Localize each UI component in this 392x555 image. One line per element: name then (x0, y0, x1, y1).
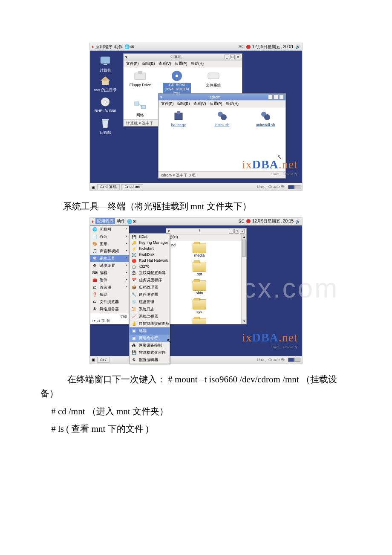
menu-programming[interactable]: ⌨编程 (90, 269, 129, 277)
menu-file[interactable]: 文件(F) (126, 61, 139, 66)
rhn-alert-icon[interactable] (246, 45, 251, 49)
close-button[interactable]: × (236, 55, 240, 59)
folder-sbin[interactable]: sbin (193, 280, 206, 295)
menu-edit[interactable]: 编辑(E) (142, 61, 155, 66)
menu-graphics[interactable]: 🎨图形 (90, 240, 129, 248)
submenu-disk-management[interactable]: 💿磁盘管理 (130, 298, 170, 306)
menu-view[interactable]: 查看(V) (193, 101, 206, 107)
menu-system-tools[interactable]: 🛠系统工具 (90, 255, 129, 262)
input-method[interactable]: SC (239, 219, 245, 224)
panel-launchers[interactable]: 🌐 ✉ (124, 44, 134, 49)
submenu-kwikdisk[interactable]: 💽KwikDisk (130, 251, 170, 257)
menu-help[interactable]: 帮助(H) (191, 61, 204, 66)
folder-nd[interactable]: nd (171, 243, 176, 247)
browser-icon[interactable]: 🌐 (127, 219, 132, 224)
menu-accessories[interactable]: 🧰附件 (90, 277, 129, 284)
input-method[interactable]: SC (239, 44, 245, 49)
desktop-rhel-cd[interactable]: RHEL/4 i386 (93, 96, 117, 113)
menu-view[interactable]: 查看(V) (159, 61, 171, 66)
clock[interactable]: 12月9日星期五, 20:01 (252, 44, 294, 50)
floppy-icon (133, 70, 147, 82)
menu-sound[interactable]: 🎵声音和视频 (90, 248, 129, 255)
submenu-task-scheduler[interactable]: 📅任务调度程序 (130, 277, 170, 284)
minimize-button[interactable]: _ (225, 55, 229, 59)
submenu-system-monitor[interactable]: 📈系统监视器 (130, 313, 170, 320)
mail-icon[interactable]: ✉ (130, 44, 134, 49)
menu-preferences[interactable]: 🗂首选项 (90, 284, 129, 291)
volume-icon[interactable]: 🔊 (295, 44, 300, 49)
submenu-internet-wizard[interactable]: 🧙互联网配置向导 (130, 269, 170, 277)
close-button[interactable]: × (240, 229, 245, 234)
desktop-home[interactable]: root 的主目录 (92, 75, 119, 93)
file-install-sh[interactable]: install.sh (208, 110, 236, 169)
menu-places[interactable]: 位置(P) (210, 101, 222, 107)
panel-apps[interactable]: 应用程序 (95, 44, 112, 50)
menu-office[interactable]: 📄办公 (90, 233, 129, 240)
submenu-system-log[interactable]: 📜系统日志 (130, 306, 170, 313)
show-desktop-icon[interactable]: ▣ (92, 358, 95, 362)
taskbar-root[interactable]: 🗀/ (97, 357, 110, 363)
menu-filebrowser[interactable]: 🗂文件浏览器 (90, 298, 129, 306)
minimize-button[interactable]: _ (268, 95, 273, 99)
mail-icon[interactable]: ✉ (133, 219, 136, 224)
svg-rect-0 (101, 57, 110, 64)
workspace-switcher[interactable] (288, 358, 300, 362)
window-computer-titlebar[interactable]: ▾ 计算机 _ □ × (124, 54, 242, 61)
folder-sys[interactable]: sys (193, 299, 206, 314)
menu-system-settings[interactable]: ⚙系统设置 (90, 262, 129, 269)
menu-edit[interactable]: 编辑(E) (177, 101, 190, 107)
submenu-network-cmd[interactable]: ▣网络命令行 (130, 335, 170, 342)
folder-opt[interactable]: opt (193, 262, 206, 276)
floppy-drive[interactable]: Floppy Drive (126, 70, 154, 97)
maximize-button[interactable]: □ (230, 55, 235, 59)
panel-apps[interactable]: 应用程序 (95, 218, 115, 224)
submenu-floppy-formatter[interactable]: 💾软盘格式化程序 (130, 349, 170, 356)
desktop-computer[interactable]: 计算机 (94, 55, 116, 73)
menu-help[interactable]: ❓帮助 (90, 291, 129, 298)
folder-media[interactable]: media (193, 243, 206, 257)
folder-var[interactable]: var (193, 318, 206, 324)
network-label: 网络 (126, 113, 154, 118)
scroll-down-icon[interactable]: ▾ (242, 319, 246, 324)
window-cdrom-titlebar[interactable]: ▾ cdrom _ □ × (159, 94, 285, 101)
submenu-redhat-network[interactable]: 🔴Red Hat Network (130, 257, 170, 263)
taskbar-computer[interactable]: 🗀计算机 (97, 184, 120, 190)
scroll-up-icon[interactable]: ▴ (242, 234, 246, 240)
submenu-keyring[interactable]: 🔑Keyring Manager (130, 240, 170, 246)
submenu-archive-manager[interactable]: 📦归档管理器 (130, 284, 170, 291)
submenu-config-editor[interactable]: ⚙配置编辑器 (130, 356, 170, 364)
panel-launchers[interactable]: 🌐 ✉ (127, 219, 136, 224)
menu-file[interactable]: 文件(F) (161, 101, 174, 107)
maximize-button[interactable]: □ (274, 95, 278, 99)
show-desktop-icon[interactable]: ▣ (92, 185, 95, 189)
clock[interactable]: 12月9日星期五, 20:15 (252, 218, 294, 224)
submenu-kdat[interactable]: 💾KDat (130, 234, 170, 240)
panel-actions[interactable]: 动作 (117, 218, 125, 224)
menu-help-partial[interactable]: 助(H) (169, 235, 178, 239)
panel-actions[interactable]: 动作 (114, 44, 123, 50)
submenu-kickstart[interactable]: ⚡Kickstart (130, 246, 170, 251)
rhn-alert-icon[interactable] (246, 219, 251, 223)
taskbar-cdrom[interactable]: 🗀cdrom (121, 184, 143, 190)
volume-icon[interactable]: 🔊 (295, 219, 300, 224)
menu-places[interactable]: 位置(P) (175, 61, 187, 66)
submenu-network-device-control[interactable]: 🖧网络设备控制 (130, 342, 170, 349)
file-ha-tar-gz[interactable]: ha.tar.gz (164, 110, 193, 169)
scroll-thumb[interactable] (242, 240, 246, 257)
menu-netservers[interactable]: 🖧网络服务器 (90, 306, 129, 313)
submenu-x3270[interactable]: ▢x3270 (130, 263, 170, 269)
browser-icon[interactable]: 🌐 (124, 44, 130, 49)
scrollbar[interactable]: ▴ ▾ (241, 234, 246, 324)
network-loc[interactable]: 网络 (126, 100, 154, 118)
submenu-rhn-alert[interactable]: 🔔红帽网络提醒图标 (130, 320, 170, 327)
menu-internet[interactable]: 🌐互联网 (90, 226, 129, 233)
workspace-switcher[interactable] (288, 185, 300, 189)
menu-help[interactable]: 帮助(H) (226, 101, 239, 107)
maximize-button[interactable]: □ (234, 229, 239, 234)
minimize-button[interactable]: _ (229, 229, 233, 234)
close-button[interactable]: × (279, 95, 284, 99)
submenu-terminal[interactable]: ▣终端 (130, 327, 170, 335)
submenu-hardware-browser[interactable]: 🔧硬件浏览器 (130, 291, 170, 298)
desktop-trash[interactable]: 回收站 (94, 117, 116, 136)
file-browser-titlebar[interactable]: ▾ / _ □ × (166, 228, 246, 234)
